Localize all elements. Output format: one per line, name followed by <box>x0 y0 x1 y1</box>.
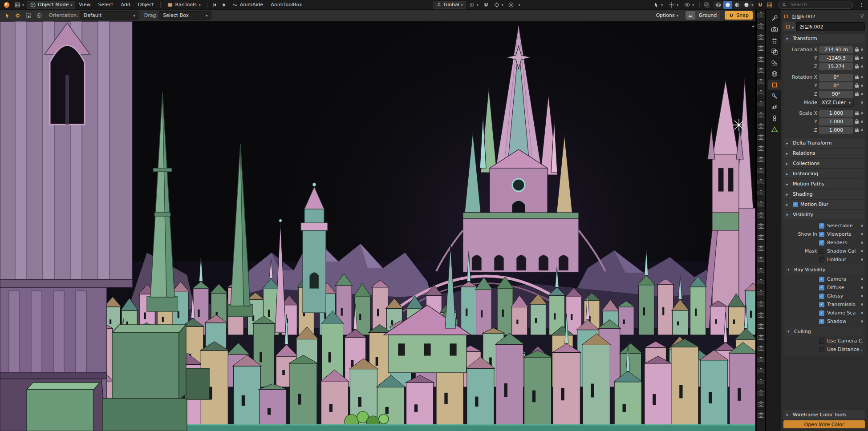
camera-icon[interactable] <box>758 268 764 273</box>
editor-type-button[interactable] <box>12 1 27 8</box>
ray-volume-scatter-checkbox[interactable] <box>819 310 824 316</box>
camera-icon[interactable] <box>758 334 764 340</box>
camera-icon[interactable] <box>758 68 764 73</box>
lock-icon[interactable] <box>855 92 859 97</box>
shading-solid-icon[interactable] <box>723 1 732 9</box>
camera-icon[interactable] <box>758 246 764 251</box>
sidebar-toggle-arrow[interactable]: ◂ <box>752 24 754 28</box>
lock-icon[interactable] <box>855 128 859 133</box>
open-wire-color-button[interactable]: Open Wire Color <box>783 420 865 428</box>
panel-header-instancing[interactable]: Instancing <box>783 169 865 178</box>
snap-target-select[interactable] <box>491 1 506 8</box>
scale-x-field[interactable]: 1.000 <box>819 110 853 117</box>
shading-wireframe-icon[interactable] <box>714 1 723 9</box>
camera-icon[interactable] <box>758 401 764 407</box>
view-menu[interactable]: View <box>75 1 94 8</box>
animate-dot[interactable] <box>861 295 863 297</box>
chevron-down-icon[interactable] <box>751 2 753 8</box>
camera-icon[interactable] <box>758 290 764 295</box>
tab-output[interactable] <box>768 35 781 45</box>
animate-dot[interactable] <box>861 278 863 280</box>
tab-view-layer[interactable] <box>768 46 781 56</box>
window-menu-icon[interactable] <box>857 1 866 9</box>
animate-dot[interactable] <box>861 233 863 235</box>
shading-rendered-icon[interactable] <box>742 1 751 9</box>
rotation-z-field[interactable]: 90° <box>819 91 853 98</box>
search-input[interactable] <box>789 1 849 8</box>
tab-tool[interactable] <box>768 13 781 23</box>
camera-icon[interactable] <box>758 190 764 195</box>
holdout-checkbox[interactable] <box>819 257 824 262</box>
animate-dot[interactable] <box>861 65 863 68</box>
panel-header-delta-transform[interactable]: Delta Transform <box>783 138 865 148</box>
scale-y-field[interactable]: 1.000 <box>819 118 853 125</box>
animtoolbox-menu[interactable]: AnimToolBox <box>267 1 305 8</box>
proportional-falloff-select[interactable] <box>516 1 523 8</box>
animate-dot[interactable] <box>861 312 863 314</box>
tab-world[interactable] <box>768 68 781 79</box>
camera-icon[interactable] <box>758 23 764 28</box>
active-tool-icon[interactable] <box>3 12 12 20</box>
tab-modifiers[interactable] <box>768 91 781 101</box>
camera-icon[interactable] <box>758 312 764 318</box>
animate-dot[interactable] <box>861 242 863 244</box>
location-x-field[interactable]: 214.91 m <box>819 46 853 53</box>
add-menu[interactable]: Add <box>117 1 134 8</box>
select-menu[interactable]: Select <box>94 1 117 8</box>
ground-toggle[interactable]: Ground <box>685 11 720 20</box>
camera-icon[interactable] <box>758 112 764 117</box>
ray-glossy-checkbox[interactable] <box>819 294 824 299</box>
camera-icon[interactable] <box>758 90 764 95</box>
tab-render[interactable] <box>768 24 781 34</box>
xray-toggle-icon[interactable] <box>702 1 711 9</box>
camera-icon[interactable] <box>758 279 764 284</box>
panel-header-visibility[interactable]: Visibility <box>783 210 865 219</box>
lock-icon[interactable] <box>855 83 859 88</box>
animate-dot[interactable] <box>861 258 863 261</box>
mode-selector[interactable]: Object Mode <box>27 1 75 8</box>
viewports-checkbox[interactable] <box>819 232 824 237</box>
animate-dot[interactable] <box>861 225 863 227</box>
camera-icon[interactable] <box>758 257 764 262</box>
snap-magnet-icon[interactable] <box>482 1 491 9</box>
camera-icon[interactable] <box>758 323 764 329</box>
animate-dot[interactable] <box>861 129 863 131</box>
panel-header-collections[interactable]: Collections <box>783 159 865 168</box>
animate-dot[interactable] <box>861 303 863 306</box>
animate-dot[interactable] <box>861 85 863 87</box>
blender-logo-icon[interactable] <box>2 1 11 9</box>
scale-z-field[interactable]: 1.000 <box>819 127 853 134</box>
use-camera-cull-checkbox[interactable] <box>819 338 824 344</box>
snap-button[interactable]: Snap <box>725 11 753 20</box>
lock-icon[interactable] <box>855 47 859 52</box>
location-z-field[interactable]: 15.274 <box>819 63 853 70</box>
animate-dot[interactable] <box>861 320 863 322</box>
motion-blur-checkbox[interactable] <box>793 202 798 207</box>
camera-icon[interactable] <box>758 134 764 140</box>
camera-icon[interactable] <box>758 101 764 106</box>
camera-icon[interactable] <box>758 12 764 17</box>
animate-dot[interactable] <box>861 286 863 289</box>
camera-icon[interactable] <box>758 123 764 129</box>
grid-toggle-icon[interactable] <box>765 1 774 9</box>
subpanel-header-culling[interactable]: Culling <box>785 327 863 336</box>
camera-icon[interactable] <box>758 301 764 306</box>
snap-toggle-icon[interactable] <box>756 1 765 9</box>
animate-dot[interactable] <box>861 57 863 59</box>
rotation-mode-dropdown[interactable]: XYZ Euler <box>819 99 853 106</box>
animate-dot[interactable] <box>861 76 863 78</box>
transform-orientation-select[interactable]: Global <box>433 1 466 8</box>
tool-settings-gear-icon[interactable] <box>13 12 22 20</box>
proportional-edit-icon[interactable] <box>507 1 515 9</box>
gizmos-button[interactable] <box>666 1 681 8</box>
renders-checkbox[interactable] <box>819 240 824 246</box>
drag-dropdown[interactable]: Select Box <box>159 12 211 19</box>
panel-header-relations[interactable]: Relations <box>783 149 865 158</box>
camera-icon[interactable] <box>758 412 764 418</box>
filter-funnel-icon[interactable] <box>860 14 865 19</box>
camera-icon[interactable] <box>758 357 764 362</box>
object-type-dropdown[interactable] <box>783 22 795 31</box>
object-menu[interactable]: Object <box>134 1 158 8</box>
camera-icon[interactable] <box>758 157 764 162</box>
subpanel-header-ray-visibility[interactable]: Ray Visibility <box>785 265 863 274</box>
